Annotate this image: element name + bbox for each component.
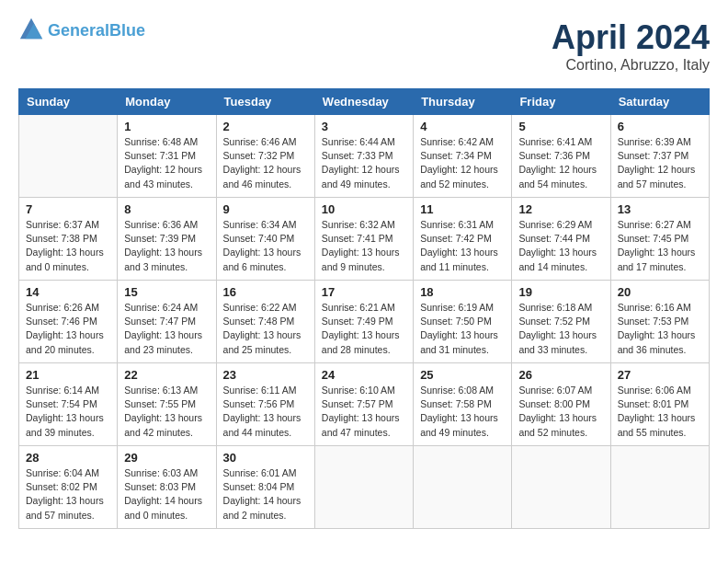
calendar-cell: 15Sunrise: 6:24 AM Sunset: 7:47 PM Dayli… <box>118 281 216 363</box>
day-number: 25 <box>420 368 505 382</box>
day-info: Sunrise: 6:14 AM Sunset: 7:54 PM Dayligh… <box>26 384 110 440</box>
day-info: Sunrise: 6:36 AM Sunset: 7:39 PM Dayligh… <box>124 218 209 274</box>
calendar-cell: 6Sunrise: 6:39 AM Sunset: 7:37 PM Daylig… <box>610 115 709 198</box>
calendar-cell: 8Sunrise: 6:36 AM Sunset: 7:39 PM Daylig… <box>118 198 216 281</box>
day-info: Sunrise: 6:08 AM Sunset: 7:58 PM Dayligh… <box>420 384 505 440</box>
day-info: Sunrise: 6:10 AM Sunset: 7:57 PM Dayligh… <box>322 384 406 440</box>
day-number: 11 <box>420 202 505 216</box>
day-info: Sunrise: 6:42 AM Sunset: 7:34 PM Dayligh… <box>420 135 505 191</box>
day-info: Sunrise: 6:32 AM Sunset: 7:41 PM Dayligh… <box>322 218 406 274</box>
calendar-cell: 3Sunrise: 6:44 AM Sunset: 7:33 PM Daylig… <box>314 115 413 198</box>
day-number: 13 <box>618 202 702 216</box>
calendar-cell: 21Sunrise: 6:14 AM Sunset: 7:54 PM Dayli… <box>19 363 118 446</box>
calendar-cell: 16Sunrise: 6:22 AM Sunset: 7:48 PM Dayli… <box>216 281 314 363</box>
day-info: Sunrise: 6:31 AM Sunset: 7:42 PM Dayligh… <box>420 218 505 274</box>
day-number: 29 <box>124 451 209 465</box>
calendar-cell: 9Sunrise: 6:34 AM Sunset: 7:40 PM Daylig… <box>216 198 314 281</box>
calendar-cell: 26Sunrise: 6:07 AM Sunset: 8:00 PM Dayli… <box>512 363 610 446</box>
calendar-cell: 18Sunrise: 6:19 AM Sunset: 7:50 PM Dayli… <box>414 281 512 363</box>
day-info: Sunrise: 6:48 AM Sunset: 7:31 PM Dayligh… <box>124 135 209 191</box>
day-info: Sunrise: 6:07 AM Sunset: 8:00 PM Dayligh… <box>518 384 603 440</box>
day-number: 16 <box>223 285 308 299</box>
day-number: 15 <box>124 285 209 299</box>
calendar-cell: 20Sunrise: 6:16 AM Sunset: 7:53 PM Dayli… <box>610 281 709 363</box>
calendar-cell: 22Sunrise: 6:13 AM Sunset: 7:55 PM Dayli… <box>118 363 216 446</box>
day-info: Sunrise: 6:37 AM Sunset: 7:38 PM Dayligh… <box>26 218 110 274</box>
calendar-week-5: 28Sunrise: 6:04 AM Sunset: 8:02 PM Dayli… <box>19 446 710 529</box>
day-info: Sunrise: 6:34 AM Sunset: 7:40 PM Dayligh… <box>223 218 308 274</box>
calendar-cell: 14Sunrise: 6:26 AM Sunset: 7:46 PM Dayli… <box>19 281 118 363</box>
calendar-cell: 4Sunrise: 6:42 AM Sunset: 7:34 PM Daylig… <box>414 115 512 198</box>
title-area: April 2024 Cortino, Abruzzo, Italy <box>552 18 710 74</box>
day-number: 26 <box>518 368 603 382</box>
calendar-cell: 24Sunrise: 6:10 AM Sunset: 7:57 PM Dayli… <box>314 363 413 446</box>
calendar-cell: 27Sunrise: 6:06 AM Sunset: 8:01 PM Dayli… <box>610 363 709 446</box>
calendar-cell: 10Sunrise: 6:32 AM Sunset: 7:41 PM Dayli… <box>314 198 413 281</box>
page-header: GeneralBlue April 2024 Cortino, Abruzzo,… <box>18 18 710 74</box>
weekday-header-thursday: Thursday <box>414 89 512 115</box>
calendar-cell: 19Sunrise: 6:18 AM Sunset: 7:52 PM Dayli… <box>512 281 610 363</box>
weekday-header-sunday: Sunday <box>19 89 118 115</box>
day-number: 30 <box>223 451 308 465</box>
day-number: 19 <box>518 285 603 299</box>
day-number: 12 <box>518 202 603 216</box>
calendar-title: April 2024 <box>552 18 710 57</box>
day-info: Sunrise: 6:39 AM Sunset: 7:37 PM Dayligh… <box>618 135 702 191</box>
day-number: 28 <box>26 451 110 465</box>
calendar-week-3: 14Sunrise: 6:26 AM Sunset: 7:46 PM Dayli… <box>19 281 710 363</box>
day-info: Sunrise: 6:29 AM Sunset: 7:44 PM Dayligh… <box>518 218 603 274</box>
day-number: 1 <box>124 120 209 133</box>
day-number: 22 <box>124 368 209 382</box>
calendar-cell <box>414 446 512 529</box>
day-number: 27 <box>618 368 702 382</box>
calendar-week-2: 7Sunrise: 6:37 AM Sunset: 7:38 PM Daylig… <box>19 198 710 281</box>
day-info: Sunrise: 6:26 AM Sunset: 7:46 PM Dayligh… <box>26 301 110 357</box>
day-number: 18 <box>420 285 505 299</box>
day-number: 5 <box>518 120 603 133</box>
day-info: Sunrise: 6:18 AM Sunset: 7:52 PM Dayligh… <box>518 301 603 357</box>
day-number: 7 <box>26 202 110 216</box>
day-number: 23 <box>223 368 308 382</box>
calendar-cell: 17Sunrise: 6:21 AM Sunset: 7:49 PM Dayli… <box>314 281 413 363</box>
weekday-header-wednesday: Wednesday <box>314 89 413 115</box>
calendar-cell: 11Sunrise: 6:31 AM Sunset: 7:42 PM Dayli… <box>414 198 512 281</box>
day-info: Sunrise: 6:03 AM Sunset: 8:03 PM Dayligh… <box>124 466 209 523</box>
day-info: Sunrise: 6:24 AM Sunset: 7:47 PM Dayligh… <box>124 301 209 357</box>
day-info: Sunrise: 6:27 AM Sunset: 7:45 PM Dayligh… <box>618 218 702 274</box>
calendar-cell: 7Sunrise: 6:37 AM Sunset: 7:38 PM Daylig… <box>19 198 118 281</box>
calendar-table: SundayMondayTuesdayWednesdayThursdayFrid… <box>18 88 710 529</box>
day-info: Sunrise: 6:04 AM Sunset: 8:02 PM Dayligh… <box>26 466 110 523</box>
day-info: Sunrise: 6:06 AM Sunset: 8:01 PM Dayligh… <box>618 384 702 440</box>
weekday-header-saturday: Saturday <box>610 89 709 115</box>
day-number: 2 <box>223 120 308 133</box>
day-number: 10 <box>322 202 406 216</box>
day-info: Sunrise: 6:41 AM Sunset: 7:36 PM Dayligh… <box>518 135 603 191</box>
day-number: 20 <box>618 285 702 299</box>
day-info: Sunrise: 6:21 AM Sunset: 7:49 PM Dayligh… <box>322 301 406 357</box>
weekday-header-friday: Friday <box>512 89 610 115</box>
day-info: Sunrise: 6:22 AM Sunset: 7:48 PM Dayligh… <box>223 301 308 357</box>
calendar-cell: 12Sunrise: 6:29 AM Sunset: 7:44 PM Dayli… <box>512 198 610 281</box>
day-info: Sunrise: 6:13 AM Sunset: 7:55 PM Dayligh… <box>124 384 209 440</box>
day-number: 3 <box>322 120 406 133</box>
calendar-week-1: 1Sunrise: 6:48 AM Sunset: 7:31 PM Daylig… <box>19 115 710 198</box>
logo: GeneralBlue <box>18 18 145 44</box>
day-info: Sunrise: 6:44 AM Sunset: 7:33 PM Dayligh… <box>322 135 406 191</box>
calendar-cell: 2Sunrise: 6:46 AM Sunset: 7:32 PM Daylig… <box>216 115 314 198</box>
day-number: 17 <box>322 285 406 299</box>
day-number: 14 <box>26 285 110 299</box>
calendar-cell <box>19 115 118 198</box>
day-number: 9 <box>223 202 308 216</box>
day-info: Sunrise: 6:19 AM Sunset: 7:50 PM Dayligh… <box>420 301 505 357</box>
calendar-cell: 30Sunrise: 6:01 AM Sunset: 8:04 PM Dayli… <box>216 446 314 529</box>
day-number: 21 <box>26 368 110 382</box>
calendar-cell: 13Sunrise: 6:27 AM Sunset: 7:45 PM Dayli… <box>610 198 709 281</box>
day-info: Sunrise: 6:11 AM Sunset: 7:56 PM Dayligh… <box>223 384 308 440</box>
calendar-cell: 25Sunrise: 6:08 AM Sunset: 7:58 PM Dayli… <box>414 363 512 446</box>
calendar-week-4: 21Sunrise: 6:14 AM Sunset: 7:54 PM Dayli… <box>19 363 710 446</box>
day-info: Sunrise: 6:01 AM Sunset: 8:04 PM Dayligh… <box>223 466 308 523</box>
calendar-cell <box>512 446 610 529</box>
calendar-cell <box>314 446 413 529</box>
day-number: 6 <box>618 120 702 133</box>
calendar-cell: 28Sunrise: 6:04 AM Sunset: 8:02 PM Dayli… <box>19 446 118 529</box>
